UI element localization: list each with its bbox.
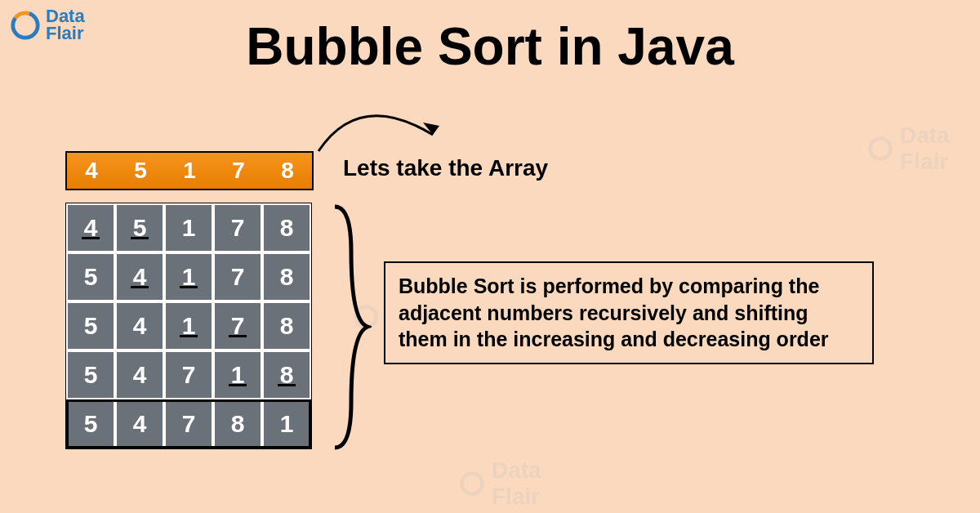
watermark-icon: DataFlair [457,457,541,510]
grid-cell: 5 [66,301,115,350]
array-label: Lets take the Array [343,155,548,181]
explanation-box: Bubble Sort is performed by comparing th… [384,261,874,364]
array-cell: 1 [165,153,214,189]
array-cell: 8 [263,153,312,189]
array-cell: 7 [214,153,263,189]
table-row: 54781 [66,399,311,448]
grid-cell: 8 [262,350,311,399]
grid-cell: 4 [115,252,164,301]
grid-cell: 1 [262,399,311,448]
table-row: 45178 [66,203,311,252]
initial-array-row: 4 5 1 7 8 [65,151,314,190]
grid-cell: 7 [213,252,262,301]
grid-cell: 7 [164,350,213,399]
array-cell: 4 [67,153,116,189]
grid-cell: 8 [262,301,311,350]
grid-cell: 7 [213,301,262,350]
page-title: Bubble Sort in Java [0,16,980,77]
arrow-icon [310,82,474,163]
grid-cell: 4 [115,301,164,350]
grid-cell: 1 [164,203,213,252]
table-row: 54178 [66,301,311,350]
table-row: 54178 [66,252,311,301]
array-cell: 5 [116,153,165,189]
grid-cell: 4 [66,203,115,252]
grid-cell: 1 [164,301,213,350]
sort-passes-grid: 4517854178541785471854781 [65,203,312,449]
grid-cell: 5 [66,399,115,448]
grid-cell: 1 [213,350,262,399]
grid-cell: 4 [115,350,164,399]
grid-cell: 4 [115,399,164,448]
grid-cell: 8 [262,203,311,252]
brace-icon [323,203,372,452]
svg-point-4 [461,473,482,493]
svg-point-2 [870,138,890,158]
table-row: 54718 [66,350,311,399]
grid-cell: 5 [66,350,115,399]
grid-cell: 8 [213,399,262,448]
watermark-icon: DataFlair [866,123,950,175]
grid-cell: 7 [164,399,213,448]
grid-cell: 7 [213,203,262,252]
grid-cell: 5 [115,203,164,252]
grid-cell: 8 [262,252,311,301]
grid-cell: 5 [66,252,115,301]
grid-cell: 1 [164,252,213,301]
